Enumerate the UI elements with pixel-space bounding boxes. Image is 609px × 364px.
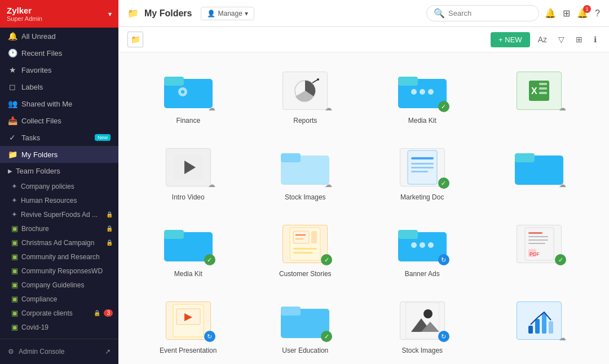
folder-svg-stock (280, 148, 330, 187)
folder-item-stats[interactable]: ☁ (487, 294, 593, 359)
ppt-svg (289, 227, 321, 261)
sidebar-folder-community-responses[interactable]: ▣ Community ResponsesWD (0, 264, 118, 278)
lock-icon: 🔒 (106, 239, 113, 246)
folder-item-stock-images-1[interactable]: ☁ Stock Images (253, 140, 359, 206)
help-icon[interactable]: ? (595, 8, 600, 19)
new-button[interactable]: + NEW (491, 32, 530, 47)
sidebar-item-label: Shared with Me (21, 100, 111, 108)
pdf-svg: PDF (524, 227, 555, 261)
folder-item-reports[interactable]: ☁ Reports (253, 64, 359, 129)
folder-name: Stock Images (285, 193, 326, 201)
svg-rect-44 (528, 232, 542, 234)
folder-item-customer-stories[interactable]: ✓ Customer Stories (253, 217, 359, 282)
main-panel: 📁 My Folders 👤 Manage ▾ 🔍 🔔 ⊞ 🔔 1 ? 📁 (118, 0, 609, 364)
sidebar-folder-community-research[interactable]: ▣ Community and Research (0, 250, 118, 264)
svg-rect-1 (164, 77, 184, 86)
svg-text:X: X (531, 86, 537, 96)
folder-name: Banner Ads (405, 270, 440, 278)
file-icon-excel: X (517, 72, 562, 110)
sidebar-item-tasks[interactable]: ✓ Tasks New (0, 129, 118, 146)
cloud-icon: ☁ (325, 180, 332, 189)
sidebar-folder-brochure[interactable]: ▣ Brochure 🔒 (0, 221, 118, 236)
folder-label: Human Resources (21, 197, 113, 205)
folder-item-excel[interactable]: X ☁ (487, 64, 593, 129)
sidebar-item-label: Favorites (21, 66, 111, 74)
folder-item-banner-ads[interactable]: ↻ Banner Ads (369, 217, 475, 282)
folder-item-intro-video[interactable]: ☁ Intro Video (135, 140, 241, 206)
ppt2-svg (172, 303, 205, 338)
svg-rect-60 (528, 326, 533, 334)
sidebar-folder-company-guidelines[interactable]: ▣ Company Guidelines (0, 278, 118, 292)
sidebar-folder-corporate-clients[interactable]: ▣ Corporate clients 🔒 3 (0, 306, 118, 320)
svg-rect-23 (411, 157, 434, 159)
sidebar-folder-christmas[interactable]: ▣ Christmas Ad Campaign 🔒 (0, 236, 118, 250)
green-check-badge: ✓ (438, 177, 449, 189)
sidebar-item-recent-files[interactable]: 🕐 Recent Files (0, 45, 118, 61)
green-check-badge: ✓ (321, 331, 332, 342)
bell-icon[interactable]: 🔔 (545, 8, 556, 19)
sidebar-collapse-icon[interactable]: ▾ (108, 10, 112, 18)
sidebar-folder-human-resources[interactable]: ✦ Human Resources (0, 193, 118, 207)
svg-point-56 (423, 309, 433, 318)
sidebar-item-all-unread[interactable]: 🔔 All Unread (0, 28, 118, 45)
info-button[interactable]: ℹ (590, 33, 600, 46)
notification-button[interactable]: ⊞ (563, 8, 570, 19)
folder-item-media-kit-1[interactable]: ✓ Media Kit (369, 64, 475, 129)
folder-item-finance[interactable]: ☁ Finance (135, 64, 241, 129)
sidebar-item-label: Recent Files (21, 49, 111, 57)
app-name: Zylker (7, 6, 42, 15)
sidebar-item-collect[interactable]: 📥 Collect Files (0, 112, 118, 129)
svg-point-10 (420, 89, 425, 95)
search-input[interactable] (448, 9, 532, 17)
green-check-badge: ✓ (438, 101, 449, 112)
sidebar-item-my-folders[interactable]: 📁 My Folders (0, 146, 118, 163)
svg-rect-24 (411, 163, 434, 165)
sidebar-admin-console[interactable]: ⚙ Admin Console ↗ (0, 344, 118, 359)
folder-small-icon: ▣ (11, 252, 18, 261)
folder-small-icon: ▣ (11, 309, 18, 317)
folder-name: User Education (282, 347, 328, 354)
sidebar-folder-company-policies[interactable]: ✦ Company policies (0, 179, 118, 193)
svg-point-40 (411, 242, 417, 248)
cloud-icon: ☁ (559, 180, 566, 189)
sidebar-item-favorites[interactable]: ★ Favorites (0, 61, 118, 78)
sidebar-item-labels[interactable]: ◻ Labels (0, 78, 118, 95)
toolbar: 📁 + NEW Az ▽ ⊞ ℹ (118, 27, 609, 52)
folder-label: Corporate clients (21, 309, 89, 317)
sidebar-item-shared[interactable]: 👥 Shared with Me (0, 95, 118, 112)
folder-item-stock-images-2[interactable]: ↻ Stock Images (369, 294, 475, 359)
search-box[interactable]: 🔍 (426, 5, 539, 21)
svg-point-3 (181, 90, 184, 94)
folder-item-marketing-doc[interactable]: ✓ Marketing Doc (369, 140, 475, 206)
sidebar-team-folders[interactable]: ▶ Team Folders (0, 163, 118, 179)
folder-label: Covid-19 (21, 323, 113, 331)
sidebar-folder-covid[interactable]: ▣ Covid-19 (0, 320, 118, 334)
folder-item-pdf[interactable]: PDF ✓ (487, 217, 593, 282)
notification-alert-button[interactable]: 🔔 1 (577, 8, 588, 19)
file-icon-video (166, 148, 211, 187)
view-toggle-button[interactable]: ⊞ (572, 33, 586, 46)
app-subtitle: Super Admin (7, 15, 42, 22)
folder-item-plain[interactable]: ☁ (487, 140, 593, 206)
svg-rect-45 (528, 236, 548, 237)
folder-item-event-presentation[interactable]: ↻ Event Presentation (135, 294, 241, 359)
mountain-svg (405, 303, 439, 339)
svg-rect-32 (293, 231, 309, 243)
filter-button[interactable]: ▽ (555, 33, 568, 46)
folder-item-user-education[interactable]: ✓ User Education (253, 294, 359, 359)
chevron-right-icon: ▶ (8, 168, 12, 174)
video-svg (174, 155, 202, 180)
folder-small-icon: ▣ (11, 224, 18, 233)
sort-az-button[interactable]: Az (535, 33, 550, 46)
folder-small-icon: ▣ (11, 281, 18, 289)
folder-item-media-kit-2[interactable]: ✓ Media Kit (135, 217, 241, 282)
folder-grid: ☁ Finance ☁ (135, 64, 592, 359)
folder-label: Company policies (21, 183, 113, 190)
sidebar-folder-revive[interactable]: ✦ Revive SuperFoods Ad ... 🔒 (0, 207, 118, 221)
folder-label: Company Guidelines (21, 281, 113, 289)
sidebar-folder-compliance[interactable]: ▣ Compliance (0, 292, 118, 306)
new-folder-icon[interactable]: 📁 (127, 32, 143, 47)
admin-console-label: Admin Console (19, 348, 64, 356)
manage-button[interactable]: 👤 Manage ▾ (201, 7, 254, 20)
sidebar-footer: ⚙ Admin Console ↗ (0, 339, 118, 364)
